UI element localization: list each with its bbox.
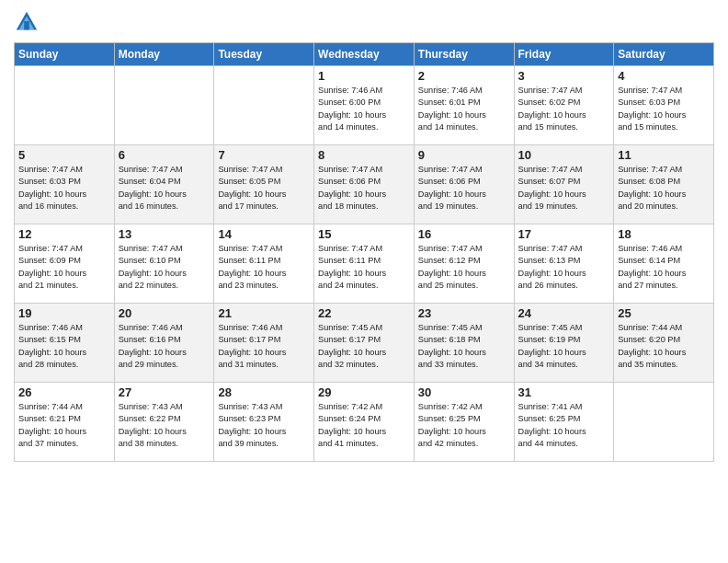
day-info: Sunrise: 7:47 AM Sunset: 6:07 PM Dayligh… bbox=[518, 164, 610, 213]
day-number: 2 bbox=[418, 69, 510, 83]
calendar-cell: 20Sunrise: 7:46 AM Sunset: 6:16 PM Dayli… bbox=[114, 304, 214, 383]
day-info: Sunrise: 7:45 AM Sunset: 6:18 PM Dayligh… bbox=[418, 322, 510, 371]
calendar-cell: 23Sunrise: 7:45 AM Sunset: 6:18 PM Dayli… bbox=[414, 304, 514, 383]
day-info: Sunrise: 7:47 AM Sunset: 6:11 PM Dayligh… bbox=[318, 243, 410, 292]
calendar-week-row: 26Sunrise: 7:44 AM Sunset: 6:21 PM Dayli… bbox=[15, 383, 714, 462]
calendar-header-row: SundayMondayTuesdayWednesdayThursdayFrid… bbox=[15, 43, 714, 66]
day-number: 23 bbox=[418, 306, 510, 320]
day-number: 9 bbox=[418, 148, 510, 162]
calendar-week-row: 1Sunrise: 7:46 AM Sunset: 6:00 PM Daylig… bbox=[15, 66, 714, 145]
day-info: Sunrise: 7:46 AM Sunset: 6:17 PM Dayligh… bbox=[218, 322, 310, 371]
calendar-cell: 15Sunrise: 7:47 AM Sunset: 6:11 PM Dayli… bbox=[314, 224, 415, 304]
day-number: 27 bbox=[119, 385, 210, 399]
day-number: 17 bbox=[518, 227, 610, 241]
day-info: Sunrise: 7:44 AM Sunset: 6:21 PM Dayligh… bbox=[18, 401, 110, 450]
calendar-cell: 26Sunrise: 7:44 AM Sunset: 6:21 PM Dayli… bbox=[15, 383, 115, 462]
calendar-cell: 13Sunrise: 7:47 AM Sunset: 6:10 PM Dayli… bbox=[114, 224, 214, 304]
day-number: 30 bbox=[418, 385, 510, 399]
calendar-cell: 16Sunrise: 7:47 AM Sunset: 6:12 PM Dayli… bbox=[414, 224, 514, 304]
day-header-sunday: Sunday bbox=[15, 43, 115, 66]
day-number: 12 bbox=[18, 227, 110, 241]
day-info: Sunrise: 7:47 AM Sunset: 6:11 PM Dayligh… bbox=[218, 243, 310, 292]
calendar-cell: 22Sunrise: 7:45 AM Sunset: 6:17 PM Dayli… bbox=[314, 304, 415, 383]
day-header-monday: Monday bbox=[114, 43, 214, 66]
day-number: 19 bbox=[18, 306, 110, 320]
day-info: Sunrise: 7:43 AM Sunset: 6:23 PM Dayligh… bbox=[218, 401, 310, 450]
day-number: 8 bbox=[318, 148, 410, 162]
day-number: 10 bbox=[518, 148, 610, 162]
calendar-cell: 25Sunrise: 7:44 AM Sunset: 6:20 PM Dayli… bbox=[614, 304, 714, 383]
page: SundayMondayTuesdayWednesdayThursdayFrid… bbox=[0, 0, 728, 471]
day-info: Sunrise: 7:47 AM Sunset: 6:09 PM Dayligh… bbox=[18, 243, 110, 292]
day-number: 20 bbox=[119, 306, 210, 320]
day-number: 18 bbox=[618, 227, 710, 241]
calendar: SundayMondayTuesdayWednesdayThursdayFrid… bbox=[14, 42, 714, 462]
day-number: 6 bbox=[119, 148, 210, 162]
day-info: Sunrise: 7:41 AM Sunset: 6:25 PM Dayligh… bbox=[518, 401, 610, 450]
day-number: 31 bbox=[518, 385, 610, 399]
day-info: Sunrise: 7:46 AM Sunset: 6:00 PM Dayligh… bbox=[318, 85, 410, 133]
calendar-cell: 12Sunrise: 7:47 AM Sunset: 6:09 PM Dayli… bbox=[15, 224, 115, 304]
calendar-cell: 24Sunrise: 7:45 AM Sunset: 6:19 PM Dayli… bbox=[514, 304, 614, 383]
day-number: 16 bbox=[418, 227, 510, 241]
calendar-cell: 5Sunrise: 7:47 AM Sunset: 6:03 PM Daylig… bbox=[15, 145, 115, 224]
day-info: Sunrise: 7:47 AM Sunset: 6:04 PM Dayligh… bbox=[119, 164, 210, 213]
day-info: Sunrise: 7:43 AM Sunset: 6:22 PM Dayligh… bbox=[119, 401, 210, 450]
day-number: 5 bbox=[18, 148, 110, 162]
day-info: Sunrise: 7:47 AM Sunset: 6:02 PM Dayligh… bbox=[518, 85, 610, 133]
header bbox=[14, 9, 714, 35]
calendar-cell: 3Sunrise: 7:47 AM Sunset: 6:02 PM Daylig… bbox=[514, 66, 614, 145]
calendar-cell bbox=[614, 383, 714, 462]
day-info: Sunrise: 7:47 AM Sunset: 6:13 PM Dayligh… bbox=[518, 243, 610, 292]
day-number: 25 bbox=[618, 306, 710, 320]
calendar-cell: 9Sunrise: 7:47 AM Sunset: 6:06 PM Daylig… bbox=[414, 145, 514, 224]
calendar-cell: 10Sunrise: 7:47 AM Sunset: 6:07 PM Dayli… bbox=[514, 145, 614, 224]
calendar-week-row: 12Sunrise: 7:47 AM Sunset: 6:09 PM Dayli… bbox=[15, 224, 714, 304]
day-number: 15 bbox=[318, 227, 410, 241]
calendar-cell bbox=[214, 66, 314, 145]
calendar-cell: 8Sunrise: 7:47 AM Sunset: 6:06 PM Daylig… bbox=[314, 145, 415, 224]
calendar-cell: 29Sunrise: 7:42 AM Sunset: 6:24 PM Dayli… bbox=[314, 383, 415, 462]
day-info: Sunrise: 7:42 AM Sunset: 6:24 PM Dayligh… bbox=[318, 401, 410, 450]
logo-icon bbox=[14, 9, 40, 35]
day-number: 21 bbox=[218, 306, 310, 320]
day-info: Sunrise: 7:47 AM Sunset: 6:08 PM Dayligh… bbox=[618, 164, 710, 213]
day-number: 1 bbox=[318, 69, 410, 83]
svg-rect-2 bbox=[24, 21, 29, 29]
day-header-friday: Friday bbox=[514, 43, 614, 66]
day-info: Sunrise: 7:47 AM Sunset: 6:06 PM Dayligh… bbox=[418, 164, 510, 213]
day-header-tuesday: Tuesday bbox=[214, 43, 314, 66]
calendar-cell: 28Sunrise: 7:43 AM Sunset: 6:23 PM Dayli… bbox=[214, 383, 314, 462]
calendar-cell: 2Sunrise: 7:46 AM Sunset: 6:01 PM Daylig… bbox=[414, 66, 514, 145]
day-info: Sunrise: 7:44 AM Sunset: 6:20 PM Dayligh… bbox=[618, 322, 710, 371]
day-number: 7 bbox=[218, 148, 310, 162]
day-info: Sunrise: 7:47 AM Sunset: 6:05 PM Dayligh… bbox=[218, 164, 310, 213]
day-info: Sunrise: 7:46 AM Sunset: 6:14 PM Dayligh… bbox=[618, 243, 710, 292]
calendar-cell: 6Sunrise: 7:47 AM Sunset: 6:04 PM Daylig… bbox=[114, 145, 214, 224]
calendar-cell: 17Sunrise: 7:47 AM Sunset: 6:13 PM Dayli… bbox=[514, 224, 614, 304]
day-number: 3 bbox=[518, 69, 610, 83]
calendar-week-row: 5Sunrise: 7:47 AM Sunset: 6:03 PM Daylig… bbox=[15, 145, 714, 224]
day-number: 29 bbox=[318, 385, 410, 399]
calendar-cell: 7Sunrise: 7:47 AM Sunset: 6:05 PM Daylig… bbox=[214, 145, 314, 224]
day-info: Sunrise: 7:46 AM Sunset: 6:16 PM Dayligh… bbox=[119, 322, 210, 371]
day-number: 26 bbox=[18, 385, 110, 399]
day-info: Sunrise: 7:46 AM Sunset: 6:15 PM Dayligh… bbox=[18, 322, 110, 371]
day-number: 13 bbox=[119, 227, 210, 241]
day-number: 11 bbox=[618, 148, 710, 162]
day-header-thursday: Thursday bbox=[414, 43, 514, 66]
calendar-cell: 4Sunrise: 7:47 AM Sunset: 6:03 PM Daylig… bbox=[614, 66, 714, 145]
calendar-week-row: 19Sunrise: 7:46 AM Sunset: 6:15 PM Dayli… bbox=[15, 304, 714, 383]
logo bbox=[14, 9, 41, 35]
day-info: Sunrise: 7:45 AM Sunset: 6:17 PM Dayligh… bbox=[318, 322, 410, 371]
calendar-cell: 30Sunrise: 7:42 AM Sunset: 6:25 PM Dayli… bbox=[414, 383, 514, 462]
calendar-cell: 21Sunrise: 7:46 AM Sunset: 6:17 PM Dayli… bbox=[214, 304, 314, 383]
calendar-cell: 18Sunrise: 7:46 AM Sunset: 6:14 PM Dayli… bbox=[614, 224, 714, 304]
day-number: 28 bbox=[218, 385, 310, 399]
calendar-cell bbox=[114, 66, 214, 145]
day-number: 14 bbox=[218, 227, 310, 241]
day-header-wednesday: Wednesday bbox=[314, 43, 415, 66]
day-info: Sunrise: 7:47 AM Sunset: 6:10 PM Dayligh… bbox=[119, 243, 210, 292]
day-info: Sunrise: 7:47 AM Sunset: 6:12 PM Dayligh… bbox=[418, 243, 510, 292]
day-number: 22 bbox=[318, 306, 410, 320]
